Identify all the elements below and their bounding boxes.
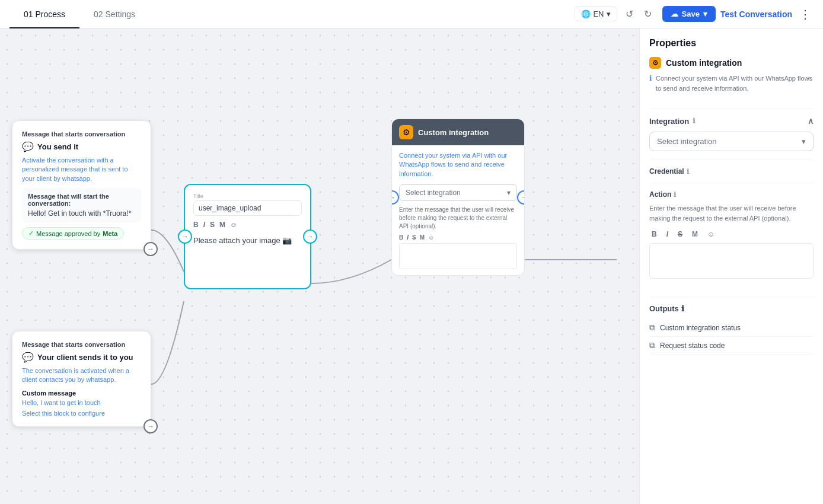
mini-bold-btn[interactable]: B [399, 234, 403, 241]
integration-card-body: Connect your system via API with our Wha… [392, 145, 524, 275]
undo-redo-group: ↺ ↻ [622, 6, 655, 22]
divider-4 [649, 296, 814, 297]
more-options-icon[interactable]: ⋮ [797, 5, 814, 24]
language-selector[interactable]: 🌐 EN ▾ [575, 7, 617, 21]
panel-integration-icon: ⚙ [649, 57, 661, 69]
output-copy-icon-1: ⧉ [649, 323, 655, 333]
save-button[interactable]: ☁ Save ▾ [662, 6, 716, 22]
card-desc-bot: The conversation is activated when a cli… [22, 366, 141, 385]
undo-button[interactable]: ↺ [622, 6, 637, 22]
credential-label: Credential ℹ [649, 167, 814, 176]
output-copy-icon-2: ⧉ [649, 340, 655, 350]
custom-integration-card: ⧉ ↻ 🗑 ⚙ Custom integration Connect your … [391, 119, 525, 276]
integration-desc: Connect your system via API with our Wha… [399, 151, 517, 178]
panel-strike-btn[interactable]: S [675, 229, 685, 240]
sender-name-bot: Your client sends it to you [37, 353, 133, 362]
input-title-label: Title [193, 193, 302, 199]
mini-mono-btn[interactable]: M [420, 234, 425, 241]
integration-icon: ⚙ [399, 125, 413, 139]
integration-collapse-btn[interactable]: ∧ [808, 116, 814, 126]
action-label: Action ℹ [649, 190, 814, 199]
divider-2 [649, 160, 814, 160]
output-item-code: ⧉ Request status code [649, 337, 814, 355]
italic-button[interactable]: I [203, 221, 205, 229]
select-block-link[interactable]: Select this block to configure [22, 410, 141, 417]
top-nav: 01 Process 02 Settings 🌐 EN ▾ ↺ ↻ ☁ Save… [0, 0, 823, 28]
credential-info-badge: ℹ [687, 168, 689, 176]
info-icon: ℹ [649, 74, 652, 82]
connector-arrow-top[interactable]: → [143, 242, 158, 256]
input-right-arrow[interactable]: → [303, 229, 317, 244]
custom-msg-value: Hello, I want to get in touch [22, 399, 141, 406]
divider-1 [649, 109, 814, 109]
message-bubble: Message that will start the conversation… [22, 188, 141, 222]
user-input-card: Title B I S M ☺ Please attach your image… [184, 184, 311, 289]
panel-info-row: ℹ Connect your system via API with our W… [649, 74, 814, 101]
optional-desc: Enter the message that the user will rec… [399, 206, 517, 231]
mono-button[interactable]: M [219, 221, 225, 229]
mini-emoji-btn[interactable]: ☺ [428, 234, 434, 241]
tab-settings[interactable]: 02 Settings [79, 1, 149, 28]
mini-editor[interactable] [399, 243, 517, 269]
panel-mono-btn[interactable]: M [690, 229, 700, 240]
chevron-down-icon: ▾ [607, 9, 611, 18]
panel-info-text: Connect your system via API with our Wha… [656, 74, 814, 93]
strikethrough-button[interactable]: S [210, 221, 215, 229]
panel-editor-toolbar: B I S M ☺ [649, 229, 814, 240]
main-area: Message that starts conversation 💬 You s… [0, 28, 823, 504]
custom-msg-label: Custom message [22, 390, 141, 397]
panel-italic-btn[interactable]: I [664, 229, 671, 240]
outputs-section-label: Outputs ℹ [649, 304, 814, 313]
approved-badge: ✓ Message approved by Meta [22, 227, 124, 240]
integration-select-dropdown[interactable]: Select integration ▾ [399, 184, 517, 201]
editor-content: Please attach your image 📷 [193, 232, 302, 280]
connector-arrow-bot[interactable]: → [143, 419, 158, 433]
save-chevron-icon: ▾ [703, 9, 707, 18]
message-card-top-title: Message that starts conversation [22, 130, 141, 138]
message-card-bottom: Message that starts conversation 💬 Your … [12, 331, 151, 427]
card-desc: Activate the conversation with a persona… [22, 156, 141, 183]
message-card-bot-title: Message that starts conversation [22, 341, 141, 348]
outputs-info-badge: ℹ [681, 304, 684, 313]
canvas[interactable]: Message that starts conversation 💬 You s… [0, 28, 639, 504]
panel-integration-title: Custom integration [666, 58, 742, 68]
test-conversation-button[interactable]: Test Conversation [720, 9, 792, 19]
message-card-top: Message that starts conversation 💬 You s… [12, 120, 151, 250]
integration-section-label: Integration ℹ ∧ [649, 116, 814, 126]
tab-process[interactable]: 01 Process [9, 1, 79, 28]
divider-3 [649, 183, 814, 183]
canvas-connections [0, 28, 639, 504]
mini-strike-btn[interactable]: S [412, 234, 416, 241]
input-left-arrow[interactable]: → [178, 229, 192, 244]
sender-name: You send it [37, 142, 78, 151]
integration-info-badge: ℹ [693, 117, 696, 125]
save-icon: ☁ [671, 9, 678, 18]
input-title-field[interactable] [193, 200, 302, 216]
action-desc: Enter the message that the user will rec… [649, 203, 814, 223]
panel-bold-btn[interactable]: B [649, 229, 659, 240]
check-icon: ✓ [28, 229, 34, 237]
panel-select-arrow-icon: ▾ [802, 137, 806, 146]
panel-integration-select[interactable]: Select integration ▾ [649, 132, 814, 151]
whatsapp-icon-bot: 💬 [22, 352, 34, 363]
panel-editor[interactable] [649, 243, 814, 279]
output-item-status: ⧉ Custom integration status [649, 319, 814, 337]
mini-toolbar: B I S M ☺ [399, 234, 517, 241]
mini-italic-btn[interactable]: I [407, 234, 409, 241]
bold-button[interactable]: B [193, 221, 199, 229]
dropdown-arrow-icon: ▾ [507, 189, 511, 197]
emoji-button[interactable]: ☺ [230, 221, 237, 229]
panel-integration-header: ⚙ Custom integration [649, 57, 814, 69]
properties-panel: Properties ⚙ Custom integration ℹ Connec… [639, 28, 823, 504]
integration-card-title: Custom integration [418, 128, 489, 137]
whatsapp-icon: 💬 [22, 141, 34, 152]
panel-emoji-btn[interactable]: ☺ [705, 229, 717, 240]
panel-title: Properties [649, 38, 814, 49]
redo-button[interactable]: ↻ [640, 6, 655, 22]
integration-card-header: ⚙ Custom integration [392, 119, 524, 145]
editor-toolbar: B I S M ☺ [193, 221, 302, 229]
action-info-badge: ℹ [674, 191, 676, 199]
globe-icon: 🌐 [581, 9, 591, 18]
